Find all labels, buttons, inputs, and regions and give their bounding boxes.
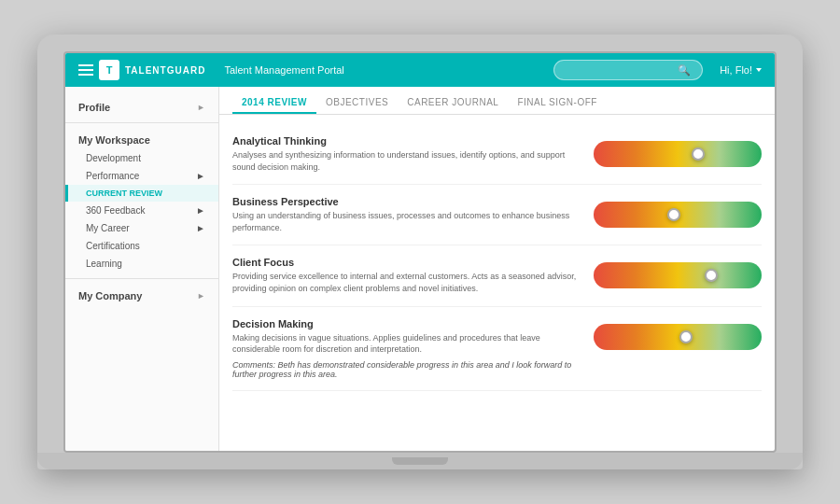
360-feedback-caret-icon: ► — [196, 205, 205, 216]
sidebar-divider-1 — [65, 122, 218, 123]
decision-making-thumb[interactable] — [679, 330, 693, 343]
review-item-decision-making: Decision Making Making decisions in vagu… — [232, 307, 762, 391]
sidebar-my-company[interactable]: My Company ► — [65, 285, 218, 305]
decision-making-comment: Comments: Beth has demonstrated consider… — [232, 360, 582, 379]
my-workspace-label: My Workspace — [78, 134, 150, 146]
tabs-bar: 2014 REVIEW OBJECTIVES CAREER JOURNAL FI… — [219, 87, 775, 115]
my-company-caret-icon: ► — [197, 291, 205, 301]
review-item-client-focus: Client Focus Providing service excellenc… — [232, 245, 762, 306]
content-area: 2014 REVIEW OBJECTIVES CAREER JOURNAL FI… — [219, 87, 775, 451]
review-item-client-text: Client Focus Providing service excellenc… — [232, 257, 582, 294]
laptop-frame: T TALENTGUARD Talent Management Portal 🔍… — [37, 35, 803, 469]
sidebar-item-learning[interactable]: Learning — [65, 255, 218, 273]
main-layout: Profile ► My Workspace Development Perfo… — [65, 87, 775, 451]
client-focus-thumb[interactable] — [705, 269, 718, 282]
performance-caret-icon: ► — [196, 171, 205, 181]
business-perspective-slider[interactable] — [594, 202, 762, 228]
logo-icon: T — [99, 60, 119, 80]
performance-label: Performance — [86, 171, 139, 181]
review-item-analytical-text: Analytical Thinking Analyses and synthes… — [232, 135, 582, 173]
tab-objectives[interactable]: OBJECTIVES — [316, 92, 398, 114]
sidebar-item-my-career[interactable]: My Career ► — [65, 219, 218, 237]
certifications-label: Certifications — [86, 241, 140, 251]
sidebar-item-performance[interactable]: Performance ► — [65, 167, 218, 185]
screen: T TALENTGUARD Talent Management Portal 🔍… — [63, 51, 777, 453]
review-item-business-text: Business Perspective Using an understand… — [232, 196, 582, 233]
business-perspective-title: Business Perspective — [232, 196, 582, 207]
user-greeting-text: Hi, Flo! — [720, 64, 752, 76]
search-bar[interactable]: 🔍 — [553, 60, 703, 80]
current-review-label: CURRENT REVIEW — [86, 189, 162, 198]
review-item-decision-text: Decision Making Making decisions in vagu… — [232, 318, 582, 379]
decision-making-slider[interactable] — [594, 324, 762, 350]
hamburger-menu[interactable] — [78, 64, 93, 76]
360-feedback-label: 360 Feedback — [86, 205, 145, 216]
analytical-thinking-title: Analytical Thinking — [232, 135, 582, 147]
user-greeting[interactable]: Hi, Flo! — [720, 64, 762, 76]
decision-making-title: Decision Making — [232, 318, 582, 329]
chevron-down-icon — [756, 68, 762, 72]
tab-2014-review[interactable]: 2014 REVIEW — [232, 92, 316, 114]
decision-making-slider-container[interactable] — [594, 318, 762, 350]
portal-title: Talent Management Portal — [224, 64, 544, 76]
my-career-label: My Career — [86, 223, 130, 233]
search-icon: 🔍 — [678, 64, 691, 77]
client-focus-slider[interactable] — [594, 262, 762, 288]
decision-making-desc: Making decisions in vague situations. Ap… — [232, 332, 582, 356]
logo-area: T TALENTGUARD — [78, 60, 205, 80]
analytical-thinking-slider[interactable] — [594, 141, 762, 167]
my-company-label: My Company — [78, 290, 142, 301]
sidebar: Profile ► My Workspace Development Perfo… — [65, 87, 219, 451]
profile-label: Profile — [78, 102, 110, 113]
client-focus-slider-container[interactable] — [594, 257, 762, 288]
business-perspective-slider-container[interactable] — [594, 196, 762, 228]
sidebar-item-current-review[interactable]: CURRENT REVIEW — [65, 185, 218, 202]
client-focus-title: Client Focus — [232, 257, 582, 268]
profile-caret-icon: ► — [197, 103, 205, 112]
client-focus-desc: Providing service excellence to internal… — [232, 271, 582, 294]
sidebar-my-workspace[interactable]: My Workspace — [65, 129, 218, 149]
sidebar-item-certifications[interactable]: Certifications — [65, 237, 218, 255]
sidebar-divider-2 — [65, 278, 218, 279]
analytical-thinking-thumb[interactable] — [692, 147, 705, 161]
sidebar-profile[interactable]: Profile ► — [65, 96, 218, 117]
search-input[interactable] — [562, 65, 674, 76]
learning-label: Learning — [86, 259, 122, 269]
my-career-caret-icon: ► — [196, 223, 205, 233]
analytical-thinking-desc: Analyses and synthesizing information to… — [232, 149, 582, 173]
logo-text: TALENTGUARD — [125, 65, 205, 76]
laptop-base — [37, 453, 803, 469]
sidebar-item-360-feedback[interactable]: 360 Feedback ► — [65, 202, 218, 219]
business-perspective-desc: Using an understanding of business issue… — [232, 210, 582, 233]
laptop-notch — [392, 457, 448, 465]
review-item-analytical-thinking: Analytical Thinking Analyses and synthes… — [232, 124, 762, 185]
review-item-business-perspective: Business Perspective Using an understand… — [232, 185, 762, 245]
tab-career-journal[interactable]: CAREER JOURNAL — [398, 92, 508, 114]
tab-final-signoff[interactable]: FINAL SIGN-OFF — [508, 92, 607, 114]
review-items-list: Analytical Thinking Analyses and synthes… — [219, 115, 775, 400]
sidebar-item-development[interactable]: Development — [65, 149, 218, 167]
topnav: T TALENTGUARD Talent Management Portal 🔍… — [65, 53, 775, 87]
business-perspective-thumb[interactable] — [667, 208, 680, 221]
development-label: Development — [86, 153, 141, 163]
analytical-thinking-slider-container[interactable] — [594, 135, 762, 167]
